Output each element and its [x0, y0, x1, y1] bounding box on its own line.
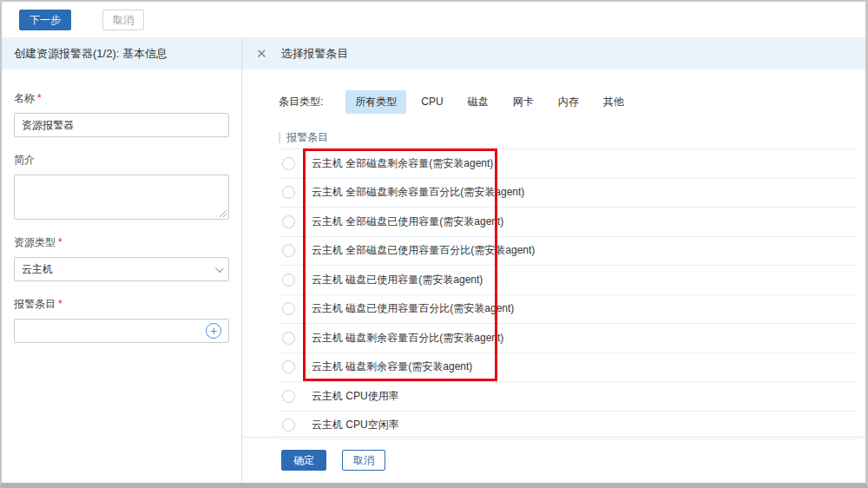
table-header-label: 报警条目 — [286, 130, 328, 145]
select-alarm-entry-panel: ✕ 选择报警条目 条目类型: 所有类型 CPU 磁盘 网卡 内存 其他 — [242, 38, 865, 483]
radio-button-icon[interactable] — [282, 360, 295, 373]
alarm-items-label: 报警条目* — [14, 297, 229, 312]
radio-button-icon[interactable] — [282, 157, 295, 170]
resource-type-label: 资源类型* — [14, 235, 229, 250]
table-row[interactable]: 云主机 CPU空闲率 — [279, 412, 858, 441]
tab-memory[interactable]: 内存 — [549, 90, 589, 114]
required-asterisk: * — [58, 236, 62, 248]
radio-button-icon[interactable] — [282, 274, 295, 287]
row-label: 云主机 CPU使用率 — [312, 389, 399, 404]
wizard-cancel-button[interactable]: 取消 — [102, 10, 144, 30]
right-panel-footer: 确定 取消 — [242, 437, 865, 483]
table-row[interactable]: 云主机 全部磁盘剩余容量(需安装agent) — [279, 149, 858, 179]
table-header: 报警条目 — [279, 126, 858, 149]
dialog-body: 创建资源报警器(1/2): 基本信息 名称* 简介 资源类型* 云主机 — [2, 38, 865, 483]
name-label-text: 名称 — [14, 92, 35, 104]
row-label: 云主机 全部磁盘已使用容量(需安装agent) — [312, 214, 503, 229]
name-input[interactable] — [14, 113, 229, 137]
add-alarm-item-icon[interactable]: + — [206, 323, 221, 339]
row-label: 云主机 磁盘已使用容量(需安装agent) — [312, 273, 483, 287]
row-label: 云主机 全部磁盘剩余容量百分比(需安装agent) — [312, 185, 524, 200]
panel-cancel-button[interactable]: 取消 — [342, 450, 385, 471]
row-label: 云主机 CPU空闲率 — [312, 418, 399, 432]
confirm-button[interactable]: 确定 — [281, 450, 326, 471]
resource-type-value: 云主机 — [22, 262, 53, 277]
right-panel-body: 条目类型: 所有类型 CPU 磁盘 网卡 内存 其他 报警条目 — [242, 69, 865, 437]
entry-type-filter: 条目类型: 所有类型 CPU 磁盘 网卡 内存 其他 — [279, 91, 865, 112]
alarm-items-label-text: 报警条目 — [14, 298, 56, 310]
table-row[interactable]: 云主机 磁盘剩余容量(需安装agent) — [279, 353, 858, 383]
resource-type-label-text: 资源类型 — [14, 236, 56, 248]
chevron-down-icon — [215, 264, 224, 273]
create-alarm-dialog: 下一步 取消 创建资源报警器(1/2): 基本信息 名称* 简介 资源类型* — [0, 0, 868, 488]
row-label: 云主机 全部磁盘已使用容量百分比(需安装agent) — [312, 243, 535, 258]
description-label: 简介 — [14, 153, 229, 168]
radio-button-icon[interactable] — [282, 332, 295, 345]
row-label: 云主机 磁盘剩余容量(需安装agent) — [312, 359, 472, 374]
right-panel-header: ✕ 选择报警条目 — [242, 38, 865, 69]
row-label: 云主机 全部磁盘剩余容量(需安装agent) — [312, 156, 493, 171]
table-row[interactable]: 云主机 全部磁盘已使用容量百分比(需安装agent) — [279, 237, 858, 267]
wizard-toolbar: 下一步 取消 — [2, 2, 865, 38]
required-asterisk: * — [37, 92, 42, 104]
radio-button-icon[interactable] — [282, 186, 295, 199]
right-panel-title: 选择报警条目 — [281, 46, 349, 62]
table-row[interactable]: 云主机 全部磁盘已使用容量(需安装agent) — [279, 208, 858, 237]
left-panel-title: 创建资源报警器(1/2): 基本信息 — [2, 38, 241, 69]
column-divider — [279, 132, 280, 143]
table-row[interactable]: 云主机 CPU使用率 — [279, 382, 858, 412]
description-label-text: 简介 — [14, 154, 35, 166]
description-textarea[interactable] — [14, 175, 229, 220]
radio-button-icon[interactable] — [282, 215, 295, 228]
table-row[interactable]: 云主机 磁盘已使用容量百分比(需安装agent) — [279, 295, 858, 325]
alarm-entry-table: 报警条目 云主机 全部磁盘剩余容量(需安装agent) 云主机 全部磁盘剩余容量… — [279, 126, 858, 440]
basic-info-form: 名称* 简介 资源类型* 云主机 报警条目* — [2, 69, 241, 343]
resize-grip-icon[interactable] — [220, 210, 227, 217]
row-label: 云主机 磁盘剩余容量百分比(需安装agent) — [312, 331, 503, 346]
tab-nic[interactable]: 网卡 — [503, 90, 543, 114]
table-row[interactable]: 云主机 磁盘已使用容量(需安装agent) — [279, 266, 858, 295]
table-row[interactable]: 云主机 磁盘剩余容量百分比(需安装agent) — [279, 324, 858, 353]
required-asterisk: * — [58, 298, 62, 310]
radio-button-icon[interactable] — [282, 302, 295, 315]
resource-type-select[interactable]: 云主机 — [14, 257, 229, 281]
basic-info-panel: 创建资源报警器(1/2): 基本信息 名称* 简介 资源类型* 云主机 — [2, 38, 242, 483]
table-row[interactable]: 云主机 全部磁盘剩余容量百分比(需安装agent) — [279, 179, 858, 208]
radio-button-icon[interactable] — [282, 244, 295, 257]
entry-type-tabs: 所有类型 CPU 磁盘 网卡 内存 其他 — [345, 90, 633, 114]
entry-type-label: 条目类型: — [279, 95, 323, 109]
tab-other[interactable]: 其他 — [594, 90, 634, 114]
tab-cpu[interactable]: CPU — [411, 91, 452, 112]
tab-disk[interactable]: 磁盘 — [458, 90, 498, 114]
radio-button-icon[interactable] — [282, 419, 295, 432]
next-step-button[interactable]: 下一步 — [19, 10, 71, 30]
close-icon[interactable]: ✕ — [256, 46, 267, 62]
tab-all-types[interactable]: 所有类型 — [345, 90, 406, 114]
name-label: 名称* — [14, 91, 229, 106]
row-label: 云主机 磁盘已使用容量百分比(需安装agent) — [312, 301, 514, 316]
alarm-items-field[interactable]: + — [14, 319, 229, 343]
radio-button-icon[interactable] — [282, 390, 295, 403]
